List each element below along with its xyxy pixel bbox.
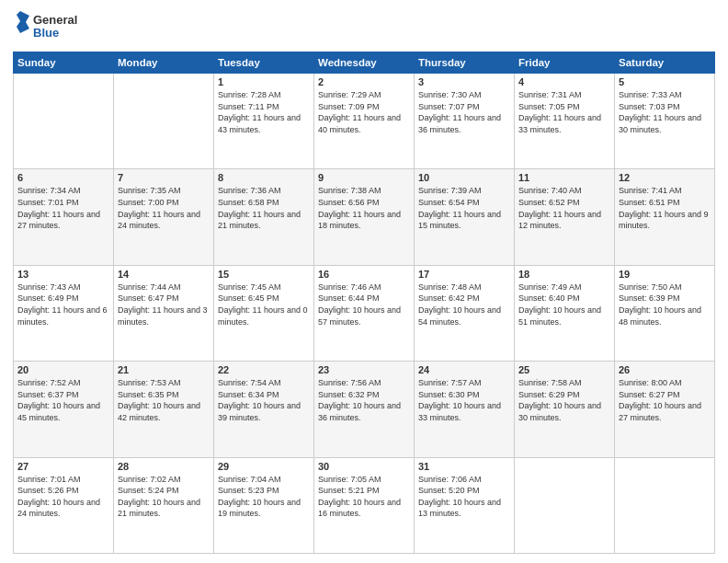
day-cell: 18Sunrise: 7:49 AMSunset: 6:40 PMDayligh… [515, 265, 615, 361]
day-info: Sunrise: 7:35 AMSunset: 7:00 PMDaylight:… [118, 185, 210, 231]
col-header-thursday: Thursday [415, 52, 515, 74]
day-number: 8 [218, 172, 310, 183]
day-number: 9 [318, 172, 410, 183]
day-number: 22 [218, 364, 310, 375]
day-info: Sunrise: 7:01 AMSunset: 5:26 PMDaylight:… [17, 474, 109, 520]
day-info: Sunrise: 7:02 AMSunset: 5:24 PMDaylight:… [118, 474, 210, 520]
day-info: Sunrise: 7:31 AMSunset: 7:05 PMDaylight:… [518, 89, 610, 135]
day-info: Sunrise: 8:00 AMSunset: 6:27 PMDaylight:… [619, 377, 711, 423]
day-info: Sunrise: 7:45 AMSunset: 6:45 PMDaylight:… [218, 282, 310, 327]
day-info: Sunrise: 7:56 AMSunset: 6:32 PMDaylight:… [318, 377, 410, 423]
day-cell: 13Sunrise: 7:43 AMSunset: 6:49 PMDayligh… [14, 265, 114, 361]
col-header-tuesday: Tuesday [214, 52, 314, 74]
day-cell: 22Sunrise: 7:54 AMSunset: 6:34 PMDayligh… [214, 362, 314, 457]
day-cell: 24Sunrise: 7:57 AMSunset: 6:30 PMDayligh… [415, 362, 515, 457]
day-cell: 16Sunrise: 7:46 AMSunset: 6:44 PMDayligh… [314, 265, 415, 361]
day-cell: 6Sunrise: 7:34 AMSunset: 7:01 PMDaylight… [14, 169, 114, 265]
day-info: Sunrise: 7:58 AMSunset: 6:29 PMDaylight:… [518, 377, 610, 423]
day-number: 17 [418, 269, 510, 280]
day-cell: 20Sunrise: 7:52 AMSunset: 6:37 PMDayligh… [14, 362, 114, 457]
day-number: 26 [619, 364, 711, 375]
day-cell [515, 457, 615, 553]
day-info: Sunrise: 7:53 AMSunset: 6:35 PMDaylight:… [118, 377, 210, 423]
week-row-0: 1Sunrise: 7:28 AMSunset: 7:11 PMDaylight… [14, 74, 715, 169]
day-number: 1 [218, 76, 310, 87]
day-number: 13 [17, 269, 109, 280]
day-info: Sunrise: 7:48 AMSunset: 6:42 PMDaylight:… [418, 282, 510, 327]
day-number: 12 [619, 172, 711, 183]
day-info: Sunrise: 7:36 AMSunset: 6:58 PMDaylight:… [218, 185, 310, 231]
day-number: 27 [17, 461, 109, 472]
day-info: Sunrise: 7:41 AMSunset: 6:51 PMDaylight:… [619, 185, 711, 231]
day-info: Sunrise: 7:54 AMSunset: 6:34 PMDaylight:… [218, 377, 310, 423]
col-header-saturday: Saturday [615, 52, 715, 74]
day-cell: 29Sunrise: 7:04 AMSunset: 5:23 PMDayligh… [214, 457, 314, 553]
day-cell: 5Sunrise: 7:33 AMSunset: 7:03 PMDaylight… [615, 74, 715, 169]
day-cell: 25Sunrise: 7:58 AMSunset: 6:29 PMDayligh… [515, 362, 615, 457]
day-number: 6 [17, 172, 109, 183]
day-info: Sunrise: 7:49 AMSunset: 6:40 PMDaylight:… [518, 282, 610, 327]
day-info: Sunrise: 7:44 AMSunset: 6:47 PMDaylight:… [118, 282, 210, 327]
day-info: Sunrise: 7:46 AMSunset: 6:44 PMDaylight:… [318, 282, 410, 327]
day-cell: 12Sunrise: 7:41 AMSunset: 6:51 PMDayligh… [615, 169, 715, 265]
day-number: 7 [118, 172, 210, 183]
day-info: Sunrise: 7:04 AMSunset: 5:23 PMDaylight:… [218, 474, 310, 520]
day-number: 10 [418, 172, 510, 183]
day-number: 14 [118, 269, 210, 280]
day-cell: 10Sunrise: 7:39 AMSunset: 6:54 PMDayligh… [415, 169, 515, 265]
day-cell [14, 74, 114, 169]
logo: General Blue [13, 9, 86, 44]
day-cell: 8Sunrise: 7:36 AMSunset: 6:58 PMDaylight… [214, 169, 314, 265]
svg-marker-2 [17, 11, 29, 33]
svg-text:General: General [33, 13, 77, 27]
day-cell [615, 457, 715, 553]
week-row-3: 20Sunrise: 7:52 AMSunset: 6:37 PMDayligh… [14, 362, 715, 457]
logo-svg: General Blue [13, 9, 86, 44]
day-cell: 3Sunrise: 7:30 AMSunset: 7:07 PMDaylight… [415, 74, 515, 169]
day-info: Sunrise: 7:28 AMSunset: 7:11 PMDaylight:… [218, 89, 310, 135]
day-number: 2 [318, 76, 410, 87]
day-cell [114, 74, 214, 169]
day-number: 30 [318, 461, 410, 472]
week-row-2: 13Sunrise: 7:43 AMSunset: 6:49 PMDayligh… [14, 265, 715, 361]
day-info: Sunrise: 7:57 AMSunset: 6:30 PMDaylight:… [418, 377, 510, 423]
day-info: Sunrise: 7:29 AMSunset: 7:09 PMDaylight:… [318, 89, 410, 135]
col-header-sunday: Sunday [14, 52, 114, 74]
day-info: Sunrise: 7:06 AMSunset: 5:20 PMDaylight:… [418, 474, 510, 520]
day-number: 18 [518, 269, 610, 280]
svg-text:Blue: Blue [33, 26, 59, 40]
day-number: 4 [518, 76, 610, 87]
day-number: 3 [418, 76, 510, 87]
day-info: Sunrise: 7:34 AMSunset: 7:01 PMDaylight:… [17, 185, 109, 231]
day-info: Sunrise: 7:33 AMSunset: 7:03 PMDaylight:… [619, 89, 711, 135]
day-number: 25 [518, 364, 610, 375]
day-number: 16 [318, 269, 410, 280]
day-number: 11 [518, 172, 610, 183]
day-info: Sunrise: 7:43 AMSunset: 6:49 PMDaylight:… [17, 282, 109, 327]
col-header-friday: Friday [515, 52, 615, 74]
day-info: Sunrise: 7:05 AMSunset: 5:21 PMDaylight:… [318, 474, 410, 520]
day-info: Sunrise: 7:52 AMSunset: 6:37 PMDaylight:… [17, 377, 109, 423]
day-cell: 31Sunrise: 7:06 AMSunset: 5:20 PMDayligh… [415, 457, 515, 553]
day-cell: 14Sunrise: 7:44 AMSunset: 6:47 PMDayligh… [114, 265, 214, 361]
day-info: Sunrise: 7:30 AMSunset: 7:07 PMDaylight:… [418, 89, 510, 135]
day-cell: 26Sunrise: 8:00 AMSunset: 6:27 PMDayligh… [615, 362, 715, 457]
col-header-wednesday: Wednesday [314, 52, 415, 74]
day-number: 28 [118, 461, 210, 472]
day-number: 23 [318, 364, 410, 375]
day-cell: 23Sunrise: 7:56 AMSunset: 6:32 PMDayligh… [314, 362, 415, 457]
day-cell: 30Sunrise: 7:05 AMSunset: 5:21 PMDayligh… [314, 457, 415, 553]
day-number: 31 [418, 461, 510, 472]
week-row-4: 27Sunrise: 7:01 AMSunset: 5:26 PMDayligh… [14, 457, 715, 553]
day-info: Sunrise: 7:38 AMSunset: 6:56 PMDaylight:… [318, 185, 410, 231]
col-header-monday: Monday [114, 52, 214, 74]
header: General Blue [13, 9, 715, 44]
day-number: 15 [218, 269, 310, 280]
day-cell: 4Sunrise: 7:31 AMSunset: 7:05 PMDaylight… [515, 74, 615, 169]
calendar-table: SundayMondayTuesdayWednesdayThursdayFrid… [13, 52, 715, 554]
day-cell: 27Sunrise: 7:01 AMSunset: 5:26 PMDayligh… [14, 457, 114, 553]
calendar-header-row: SundayMondayTuesdayWednesdayThursdayFrid… [14, 52, 715, 74]
day-cell: 2Sunrise: 7:29 AMSunset: 7:09 PMDaylight… [314, 74, 415, 169]
day-cell: 17Sunrise: 7:48 AMSunset: 6:42 PMDayligh… [415, 265, 515, 361]
day-info: Sunrise: 7:39 AMSunset: 6:54 PMDaylight:… [418, 185, 510, 231]
